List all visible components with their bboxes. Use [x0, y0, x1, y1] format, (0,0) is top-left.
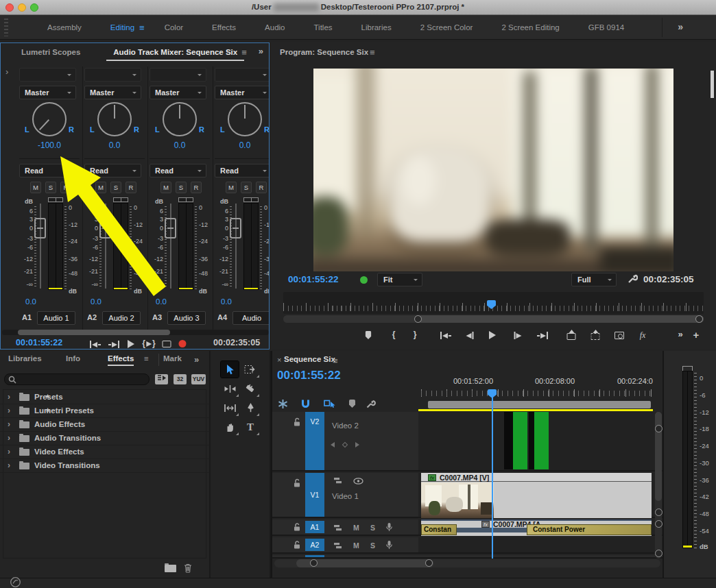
track-name-field[interactable]: Audio [232, 311, 270, 325]
workspace-tab-titles[interactable]: Titles [299, 23, 346, 32]
source-patch-a2[interactable]: A2 [305, 539, 324, 551]
record-arm-button[interactable]: R [126, 182, 136, 193]
track-v2-name[interactable]: Video 2 [332, 421, 359, 430]
video-clip-c0007[interactable]: fx C0007.MP4 [V] [421, 473, 652, 518]
hand-tool[interactable] [221, 419, 239, 435]
comparison-view-fx-button[interactable]: fx [640, 330, 646, 341]
slip-tool[interactable] [221, 400, 239, 416]
panel-menu-icon[interactable]: ≡ [370, 47, 375, 58]
solo-button[interactable]: S [241, 182, 252, 193]
keyframe-nav[interactable] [331, 442, 359, 448]
automation-mode-select[interactable]: Read [150, 164, 206, 177]
effects-bin-presets[interactable]: › ★ Presets [0, 391, 209, 404]
timeline-clip[interactable] [534, 412, 549, 469]
timeline-clip[interactable] [513, 412, 527, 469]
lock-icon[interactable] [294, 417, 301, 428]
track-name-field[interactable]: Audio 1 [37, 311, 75, 325]
automation-mode-select[interactable]: Read [19, 164, 76, 177]
lock-icon[interactable] [294, 541, 301, 551]
close-panel-icon[interactable]: × [277, 356, 281, 364]
add-marker-button[interactable] [366, 331, 372, 339]
voiceover-mic-icon[interactable] [385, 540, 393, 551]
scrollbar-zoom-handle[interactable] [655, 520, 663, 528]
timeline-settings-wrench-icon[interactable] [366, 399, 376, 411]
timeline-current-timecode[interactable]: 00:01:55:22 [277, 369, 341, 382]
record-button[interactable] [179, 340, 187, 347]
effects-bin-video-transitions[interactable]: › Video Transitions [0, 459, 209, 473]
track-output-eye-icon[interactable] [353, 478, 363, 486]
lock-icon[interactable] [294, 478, 301, 489]
volume-fader[interactable] [165, 218, 176, 238]
razor-tool[interactable] [241, 380, 259, 397]
volume-value[interactable]: 0.0 [25, 297, 36, 306]
timeline-vertical-scrollbar[interactable] [655, 412, 662, 559]
type-tool[interactable]: T [241, 419, 259, 435]
scrollbar-zoom-handle[interactable] [425, 559, 433, 567]
export-icon[interactable] [163, 341, 171, 347]
ripple-edit-tool[interactable] [221, 380, 239, 397]
scrollbar-zoom-handle[interactable] [655, 425, 663, 432]
track-name-field[interactable]: Audio 3 [167, 311, 206, 325]
track-v1-name[interactable]: Video 1 [332, 492, 359, 500]
workspace-tab-effects[interactable]: Effects [198, 23, 250, 32]
pan-value[interactable]: 0.0 [148, 140, 211, 150]
scrollbar-handle-right[interactable] [695, 315, 703, 323]
pan-knob[interactable] [163, 102, 197, 136]
play-button[interactable] [128, 340, 134, 348]
timeline-ruler[interactable]: 00:01:52:00 00:02:08:00 00:02:24:0 [421, 377, 652, 389]
timeline-clip[interactable] [529, 412, 534, 469]
playback-resolution-select[interactable]: Full [571, 273, 617, 286]
chevron-right-icon[interactable]: › [8, 447, 10, 456]
extract-button[interactable] [591, 330, 600, 340]
scrollbar-zoom-handle[interactable] [655, 509, 663, 516]
tab-libraries[interactable]: Libraries [8, 354, 42, 363]
panel-menu-icon[interactable]: ≡ [144, 354, 149, 363]
output-select[interactable]: Master [215, 86, 270, 99]
scrollbar-zoom-handle[interactable] [655, 550, 663, 557]
pan-value[interactable]: 0.0 [83, 140, 146, 150]
workspace-tab-libraries[interactable]: Libraries [347, 23, 406, 32]
workspace-tab-2screen-color[interactable]: 2 Screen Color [406, 23, 488, 32]
solo-button[interactable]: S [45, 182, 56, 193]
pan-knob[interactable] [228, 102, 262, 136]
tab-effects[interactable]: Effects [108, 354, 134, 366]
zoom-fit-select[interactable]: Fit [377, 273, 422, 286]
sync-status-icon[interactable] [10, 576, 21, 588]
workspace-tab-gfb0914[interactable]: GFB 0914 [574, 23, 639, 32]
tab-audio-track-mixer[interactable]: Audio Track Mixer: Sequence Six [106, 43, 244, 61]
record-arm-button[interactable]: R [191, 182, 202, 193]
automation-mode-select[interactable]: Read [84, 164, 141, 177]
volume-value[interactable]: 0.0 [91, 297, 102, 306]
program-panel-title[interactable]: Program: Sequence Six [280, 48, 368, 56]
workspace-tab-color[interactable]: Color [150, 23, 198, 32]
master-level-meter[interactable] [682, 371, 693, 548]
work-area-bar[interactable] [428, 401, 651, 408]
effects-bin-lumetri-presets[interactable]: › ★ Lumetri Presets [0, 404, 209, 418]
sync-lock-icon[interactable] [333, 524, 342, 533]
timeline-playhead[interactable] [488, 389, 497, 398]
add-button[interactable]: + [693, 329, 700, 341]
tabs-overflow-icon[interactable]: » [194, 354, 199, 365]
solo-button[interactable]: S [370, 524, 375, 532]
timeline-sequence-tab[interactable]: Sequence Six [284, 355, 335, 363]
step-forward-button[interactable] [514, 332, 522, 339]
panel-overflow-icon[interactable]: » [259, 46, 263, 56]
track-v2-content[interactable] [418, 412, 686, 470]
tab-lumetri-scopes[interactable]: Lumetri Scopes [14, 43, 87, 61]
volume-fader[interactable] [230, 218, 241, 238]
play-in-to-out-button[interactable]: {} [142, 340, 155, 347]
pan-value[interactable]: -100.0 [18, 140, 81, 150]
chevron-right-icon[interactable]: › [8, 433, 10, 443]
go-to-out-button[interactable] [537, 332, 548, 339]
workspace-tab-2screen-editing[interactable]: 2 Screen Editing [487, 23, 573, 32]
pan-knob[interactable] [32, 102, 67, 136]
add-marker-icon[interactable] [349, 400, 355, 408]
linked-selection-icon[interactable] [324, 399, 335, 411]
output-select[interactable]: Master [84, 86, 141, 99]
audio-clip-c0007[interactable]: fx C0007.MP4 [A Constan Constant Power [421, 519, 652, 536]
mixer-expand-icon[interactable]: › [5, 66, 8, 77]
volume-value[interactable]: 0.0 [156, 297, 167, 306]
32bit-filter-icon[interactable]: 32 [174, 374, 187, 384]
automation-mode-select[interactable]: Read [215, 164, 270, 177]
input-select[interactable] [19, 68, 76, 82]
